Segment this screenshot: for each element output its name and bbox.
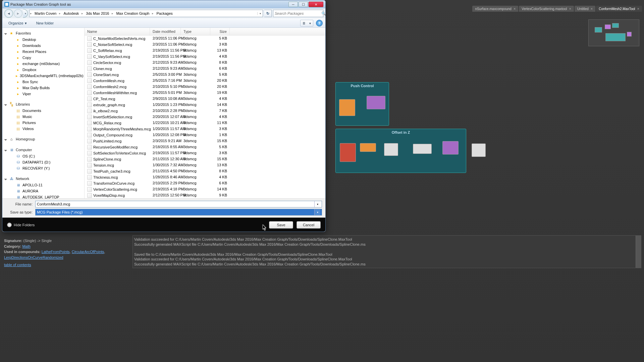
filename-history-dropdown[interactable]: ▾ [314,201,320,207]
file-row[interactable]: TestPush_cache3.mcg 2/11/2015 4:50 PM 3d… [85,168,325,174]
tree-item[interactable]: ▸Recent Places [2,49,84,55]
file-row[interactable]: ConformMesh2.mcg 2/10/2015 5:10 PM 3dsmc… [85,84,325,90]
tree-item[interactable]: 🖥AUTODESK_LAPTOP [2,194,84,198]
file-row[interactable]: RecursiveGeoModifier.mcg 2/18/2015 8:55 … [85,144,325,150]
tree-item[interactable]: ▤Documents [2,108,84,114]
tree-item[interactable]: ▸Copy [2,55,84,61]
file-row[interactable]: Thickness.mcg 1/28/2015 8:46 AM 3dsmcg 4… [85,174,325,180]
col-name[interactable]: Name [85,28,150,35]
graph-group-offset[interactable]: Offset in Z [335,129,466,173]
filetype-dropdown[interactable]: ▾ [314,209,320,215]
file-row[interactable]: VertexColorScattering.mcg 2/19/2015 4:18… [85,186,325,192]
breadcrumb-segment[interactable]: Autodesk [61,10,81,17]
tree-group[interactable]: ▚Libraries [2,101,84,108]
file-row[interactable]: PushLimited.mcg 2/3/2015 9:21 AM 3dsmcg … [85,138,325,144]
breadcrumb-segment[interactable]: 3ds Max 2016 [84,10,111,17]
file-row[interactable]: CP_Test.mcg 2/9/2015 10:08 AM 3dsmcg 4 K… [85,96,325,102]
tree-item[interactable]: ▸Viper [2,91,84,97]
refresh-button[interactable]: ↻ [264,10,272,17]
close-tab-icon[interactable]: × [514,7,516,11]
close-button[interactable]: ✕ [309,2,323,7]
tree-item[interactable]: 🖥APOLLO-11 [2,182,84,188]
category-link[interactable]: Math [22,244,30,248]
file-row[interactable]: C_NoiseSoftSelect.mcg 2/3/2015 11:06 PM … [85,42,325,48]
tree-item[interactable]: ▸Box Sync [2,79,84,85]
file-row[interactable]: MCG_Relax.mcg 1/22/2015 10:21 AM 3dsmcg … [85,120,325,126]
file-row[interactable]: CircleSector.mcg 2/12/2015 9:23 AM 3dsmc… [85,60,325,66]
editor-tab[interactable]: ConformMesh2.MaxTool× [596,6,642,12]
tree-item[interactable]: ▸Max Daily Builds [2,85,84,91]
tree-item[interactable]: ⛁OS (C:) [2,153,84,159]
file-row[interactable]: C_VarySoftSelect.mcg 2/19/2015 11:56 PM … [85,54,325,60]
breadcrumb-segment[interactable]: Martin Coven [33,10,58,17]
file-row[interactable]: CloneStart.mcg 2/5/2015 3:00 PM 3dsmcg 5… [85,72,325,78]
col-type[interactable]: Type [181,28,210,35]
back-button[interactable]: ◄ [4,9,13,18]
file-row[interactable]: C_NoiseModSelectedVerts.mcg 2/3/2015 11:… [85,36,325,42]
breadcrumb-bar[interactable]: ▸Martin Coven▸Autodesk▸3ds Max 2016▸Max … [29,10,263,17]
file-row[interactable]: ik_elbow2.mcg 2/10/2015 2:28 PM 3dsmcg 7… [85,108,325,114]
breadcrumb-segment[interactable]: Max Creation Graph [114,10,151,17]
tree-item[interactable]: ▸3DSMaxExchangeMTL (mtlnetapp02b) [2,73,84,79]
compound-link[interactable]: LatheFromPoints [42,250,70,254]
file-row[interactable]: SoftSelectionToVertexColor.mcg 2/19/2015… [85,150,325,156]
compound-link[interactable]: LerpDirectionsOnCurveRandomized [4,255,63,259]
filetype-select[interactable]: MCG Package Files (*.mcg)▾ [35,209,322,216]
file-row[interactable]: Output_Compound.mcg 1/20/2015 12:08 PM 3… [85,132,325,138]
tree-item[interactable]: ▤Music [2,114,84,120]
file-row[interactable]: InvertSoftSelection.mcg 2/20/2015 12:07 … [85,114,325,120]
file-row[interactable]: extrude_graph.mcg 1/20/2015 1:23 PM 3dsm… [85,102,325,108]
file-row[interactable]: SplineClone.mcg 2/11/2015 12:30 AM 3dsmc… [85,156,325,162]
graph-group-push[interactable]: Push Control [335,82,389,126]
col-date[interactable]: Date modified [150,28,181,35]
close-tab-icon[interactable]: × [591,7,593,11]
new-folder-button[interactable]: New folder [33,20,57,26]
tree-item[interactable]: ▸Dropbox [2,67,84,73]
cancel-button[interactable]: Cancel [297,221,321,229]
file-row[interactable]: C_SoftRelax.mcg 2/19/2015 11:56 PM 3dsmc… [85,48,325,54]
maximize-button[interactable]: ☐ [299,2,308,7]
column-headers[interactable]: Name Date modified Type Size [85,28,325,36]
file-row[interactable]: VoxelMapDisp.mcg 2/12/2015 12:50 PM 3dsm… [85,192,325,198]
titlebar[interactable]: Package Max Creation Graph tool as ─ ☐ ✕ [2,0,325,8]
tree-group[interactable]: ★Favorites [2,30,84,37]
tree-item[interactable]: ⛁RECOVERY (Y:) [2,165,84,171]
breadcrumb-dropdown[interactable]: ▾ [257,12,263,15]
graph-node[interactable] [472,143,486,157]
breadcrumb-segment[interactable]: Packages [154,10,174,17]
view-mode-button[interactable]: ≣▾ [300,20,313,26]
file-row[interactable]: Cloner.mcg 2/12/2015 9:23 AM 3dsmcg 6 KB [85,66,325,72]
log-scrollbar[interactable] [636,236,641,268]
tree-item[interactable]: ▸exchange (mtl3dsmax) [2,61,84,67]
minimize-button[interactable]: ─ [288,2,298,7]
tree-group[interactable]: 🖥Computer [2,146,84,153]
search-box[interactable]: 🔍 [273,10,323,17]
tree-item[interactable]: ⛁DATAPART1 (D:) [2,159,84,165]
graph-minimap[interactable] [588,19,639,46]
close-tab-icon[interactable]: × [569,7,571,11]
organize-button[interactable]: Organize ▾ [5,20,30,27]
file-row[interactable]: MorphRandomlyThreeMeshes.mcg 1/20/2015 1… [85,126,325,132]
tree-group[interactable]: 🖧Network [2,175,84,182]
tree-item[interactable]: ▤Videos [2,126,84,132]
filename-input[interactable]: ConformMesh3.mcg▾ [35,201,322,207]
tree-item[interactable]: ▤Pictures [2,120,84,126]
history-dropdown[interactable]: ▾ [23,9,28,18]
help-button[interactable]: ? [316,20,323,26]
tree-item[interactable]: ▸Desktop [2,37,84,43]
save-button[interactable]: Save [269,221,293,229]
output-log[interactable]: Validation succeeded for C:/Users/Martin… [132,235,641,268]
search-input[interactable] [275,11,321,15]
close-tab-icon[interactable]: × [637,7,639,11]
tree-item[interactable]: 🖥AURORA [2,188,84,194]
editor-tab[interactable]: Untitled× [575,6,595,12]
file-row[interactable]: TransformsOnCurve.mcg 2/10/2015 2:29 PM … [85,180,325,186]
col-size[interactable]: Size [210,28,230,35]
tree-group[interactable]: ⌂Homegroup [2,136,84,142]
forward-button[interactable]: ► [14,9,22,18]
nav-tree[interactable]: ★Favorites▸Desktop▸Downloads▸Recent Plac… [2,28,85,198]
file-row[interactable]: Tension.mcg 1/30/2015 7:32 AM 3dsmcg 13 … [85,162,325,168]
file-row[interactable]: ConformMeshWithIter.mcg 2/5/2015 5:01 PM… [85,90,325,96]
file-row[interactable]: ConformMesh.mcg 2/5/2015 7:16 PM 3dsmcg … [85,78,325,84]
tree-item[interactable]: ▸Downloads [2,43,84,49]
